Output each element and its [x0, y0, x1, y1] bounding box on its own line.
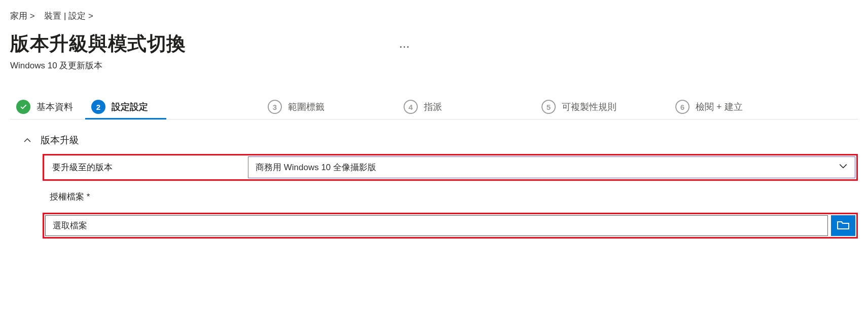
section-edition-upgrade: 版本升級 要升級至的版本 商務用 Windows 10 全像攝影版 授權檔案 *… [10, 134, 858, 239]
step-label: 設定設定 [112, 101, 148, 113]
step-label: 指派 [424, 101, 442, 113]
step-number-badge: 4 [404, 100, 418, 114]
check-icon [16, 100, 30, 114]
step-number-badge: 3 [268, 100, 282, 114]
license-file-input[interactable]: 選取檔案 [45, 215, 828, 236]
breadcrumb-home[interactable]: 家用 > [10, 11, 35, 21]
step-number-badge: 2 [91, 100, 105, 114]
edition-to-upgrade-label: 要升級至的版本 [45, 156, 248, 178]
wizard-steps: 基本資料 2 設定設定 3 範圍標籤 4 指派 5 可複製性規則 6 檢閱 + … [10, 100, 858, 120]
step-label: 可複製性規則 [562, 101, 617, 113]
license-file-label: 授權檔案 * [43, 191, 858, 203]
step-review-create[interactable]: 6 檢閱 + 建立 [669, 100, 755, 119]
step-basics[interactable]: 基本資料 [10, 100, 85, 119]
breadcrumb-devices-settings[interactable]: 裝置 | 設定 > [44, 11, 93, 21]
page-title: 版本升級與模式切換 [10, 31, 186, 57]
highlight-license-row: 選取檔案 [43, 213, 858, 239]
step-label: 基本資料 [37, 101, 73, 113]
breadcrumb: 家用 > 裝置 | 設定 > [10, 10, 858, 22]
page-subtitle: Windows 10 及更新版本 [10, 60, 858, 71]
section-title: 版本升級 [41, 134, 79, 147]
step-label: 範圍標籤 [288, 101, 324, 113]
step-applicability-rules[interactable]: 5 可複製性規則 [535, 100, 629, 119]
chevron-down-icon [839, 162, 848, 173]
step-label: 檢閱 + 建立 [696, 101, 743, 113]
folder-icon [837, 220, 849, 232]
browse-file-button[interactable] [831, 215, 855, 236]
more-actions-button[interactable]: … [399, 38, 411, 50]
chevron-up-icon[interactable] [23, 136, 31, 144]
highlight-edition-row: 要升級至的版本 商務用 Windows 10 全像攝影版 [43, 154, 858, 181]
step-number-badge: 5 [541, 100, 556, 114]
step-scope-tags[interactable]: 3 範圍標籤 [262, 100, 337, 119]
step-assignments[interactable]: 4 指派 [397, 100, 454, 119]
dropdown-value: 商務用 Windows 10 全像攝影版 [256, 162, 376, 173]
edition-to-upgrade-dropdown[interactable]: 商務用 Windows 10 全像攝影版 [248, 156, 855, 178]
step-number-badge: 6 [675, 100, 690, 114]
step-configuration-settings[interactable]: 2 設定設定 [85, 100, 160, 119]
